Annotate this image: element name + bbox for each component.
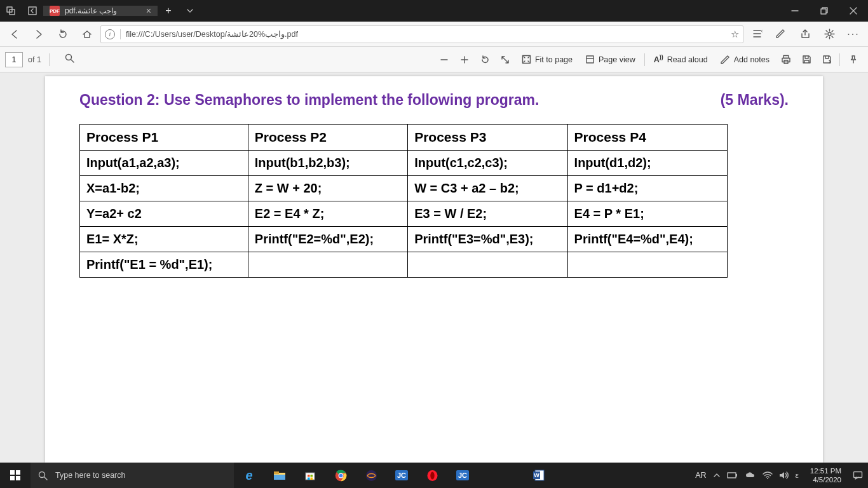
refresh-button[interactable] <box>52 24 74 45</box>
tray-ime[interactable]: ε <box>796 471 799 480</box>
page-number-input[interactable]: 1 <box>5 52 23 67</box>
back-button[interactable] <box>4 24 25 45</box>
tab-title: pdf.واجب عائشة <box>65 6 141 15</box>
tray-battery-icon[interactable] <box>727 471 738 479</box>
rotate-button[interactable] <box>475 50 495 70</box>
address-bar[interactable]: i file:///C:/Users/user/Desktop/واجب%20ع… <box>100 25 743 43</box>
browser-tab[interactable]: PDF pdf.واجب عائشة × <box>43 6 158 16</box>
fullscreen-icon[interactable] <box>495 50 515 70</box>
svg-point-30 <box>430 471 434 479</box>
pdf-viewport[interactable]: Question 2: Use Semaphores to implement … <box>0 72 868 463</box>
tray-wifi-icon[interactable] <box>763 471 773 480</box>
fit-to-page-label: Fit to page <box>535 55 573 64</box>
fit-to-page-button[interactable]: Fit to page <box>515 50 579 70</box>
table-row: Input(a1,a2,a3);Input(b1,b2,b3);Input(c1… <box>80 151 728 176</box>
tab-overflow-icon[interactable] <box>179 7 201 15</box>
forward-button[interactable] <box>28 24 50 45</box>
close-tab-icon[interactable]: × <box>146 6 151 16</box>
tray-action-center-icon[interactable] <box>853 471 863 480</box>
notes-icon[interactable] <box>770 24 792 45</box>
svg-rect-23 <box>311 478 313 480</box>
taskbar-search[interactable]: Type here to search <box>31 463 234 488</box>
start-button[interactable] <box>0 463 31 488</box>
svg-point-26 <box>339 473 342 477</box>
table-row: E1= X*Z;Printf("E2=%d",E2);Printf("E3=%d… <box>80 227 728 252</box>
browser-toolbar: i file:///C:/Users/user/Desktop/واجب%20ع… <box>0 22 868 47</box>
add-notes-button[interactable]: Add notes <box>714 50 776 70</box>
taskbar-app-explorer[interactable] <box>264 463 295 488</box>
tray-clock[interactable]: 12:51 PM 4/5/2020 <box>805 466 846 484</box>
maximize-button[interactable] <box>810 0 839 22</box>
taskbar-app-jcreator-1[interactable]: JC <box>386 463 417 488</box>
svg-point-15 <box>39 471 45 477</box>
question-heading: Question 2: Use Semaphores to implement … <box>79 92 539 109</box>
col-header: Process P2 <box>248 125 407 151</box>
tray-language[interactable]: AR <box>695 471 706 480</box>
taskbar-app-word[interactable]: W <box>524 463 554 488</box>
svg-rect-12 <box>16 470 20 475</box>
settings-gear-icon[interactable] <box>818 24 840 45</box>
svg-rect-2 <box>29 7 36 15</box>
close-window-button[interactable] <box>839 0 868 22</box>
tray-volume-icon[interactable] <box>779 471 789 480</box>
table-row: Printf("E1 = %d",E1); <box>80 252 728 278</box>
more-menu-icon[interactable]: ··· <box>843 24 864 45</box>
pdf-toolbar: 1 of 1 Fit to page Page view A)) Read al… <box>0 47 868 72</box>
col-header: Process P1 <box>80 125 248 151</box>
new-tab-button[interactable]: + <box>158 5 179 17</box>
tray-time: 12:51 PM <box>810 466 841 475</box>
zoom-out-button[interactable] <box>434 50 454 70</box>
svg-rect-3 <box>821 9 826 14</box>
share-icon[interactable] <box>794 24 816 45</box>
print-button[interactable] <box>776 50 796 70</box>
add-notes-label: Add notes <box>734 55 770 64</box>
taskbar-app-opera[interactable] <box>417 463 447 488</box>
find-icon[interactable] <box>65 53 75 65</box>
zoom-in-button[interactable] <box>454 50 475 70</box>
pin-toolbar-icon[interactable] <box>843 50 863 70</box>
page-view-label: Page view <box>599 55 635 64</box>
system-tray: AR ε 12:51 PM 4/5/2020 <box>690 466 868 484</box>
reading-list-icon[interactable] <box>746 24 768 45</box>
svg-rect-19 <box>306 473 315 480</box>
question-marks: (5 Marks). <box>721 92 789 109</box>
tray-chevron-up-icon[interactable] <box>713 471 721 479</box>
set-aside-tabs-icon[interactable] <box>22 6 43 15</box>
svg-rect-11 <box>10 470 15 475</box>
svg-point-4 <box>828 32 831 36</box>
taskbar-app-store[interactable] <box>295 463 325 488</box>
svg-rect-17 <box>274 471 279 474</box>
svg-rect-37 <box>854 471 862 477</box>
pdf-page: Question 2: Use Semaphores to implement … <box>45 76 823 463</box>
pdf-file-icon: PDF <box>50 6 60 16</box>
col-header: Process P4 <box>567 125 727 151</box>
table-header-row: Process P1 Process P2 Process P3 Process… <box>80 125 728 151</box>
svg-rect-13 <box>10 476 15 480</box>
taskbar-app-eclipse[interactable] <box>356 463 386 488</box>
svg-rect-20 <box>308 475 310 477</box>
minimize-button[interactable] <box>780 0 810 22</box>
url-text: file:///C:/Users/user/Desktop/واجب%20عائ… <box>126 29 298 39</box>
svg-rect-21 <box>311 475 313 477</box>
svg-point-36 <box>767 478 768 479</box>
page-view-button[interactable]: Page view <box>579 50 642 70</box>
read-aloud-button[interactable]: A)) Read aloud <box>648 50 714 70</box>
taskbar-app-chrome[interactable] <box>325 463 356 488</box>
svg-rect-34 <box>728 473 736 478</box>
site-info-icon[interactable]: i <box>105 29 115 39</box>
tray-onedrive-icon[interactable] <box>745 471 756 479</box>
svg-rect-14 <box>16 476 20 480</box>
svg-rect-22 <box>308 478 310 480</box>
favorite-star-icon[interactable]: ☆ <box>731 29 739 40</box>
taskbar-app-edge[interactable]: e <box>234 463 264 488</box>
home-button[interactable] <box>76 24 98 45</box>
taskbar-app-jcreator-2[interactable]: JC <box>447 463 478 488</box>
tab-actions-icon[interactable] <box>0 6 22 15</box>
save-button[interactable] <box>796 50 817 70</box>
tray-date: 4/5/2020 <box>810 475 841 484</box>
save-as-button[interactable] <box>817 50 837 70</box>
windows-taskbar: Type here to search e JC JC W AR <box>0 463 868 488</box>
col-header: Process P3 <box>408 125 567 151</box>
table-row: Y=a2+ c2E2 = E4 * Z;E3 = W / E2;E4 = P *… <box>80 201 728 227</box>
page-total-label: of 1 <box>28 55 41 64</box>
